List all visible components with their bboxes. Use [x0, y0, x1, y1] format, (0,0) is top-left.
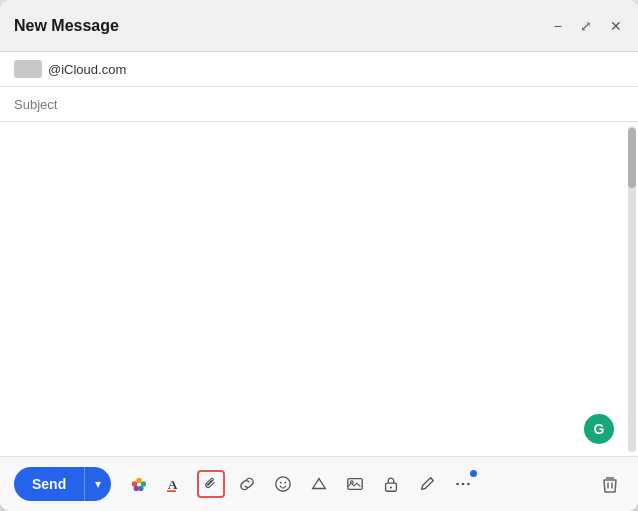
lock-button[interactable] — [377, 470, 405, 498]
svg-point-7 — [276, 477, 290, 491]
to-row: @iCloud.com — [0, 52, 638, 87]
format-text-button[interactable]: A — [161, 470, 189, 498]
send-dropdown-button[interactable]: ▾ — [84, 467, 111, 501]
scrollbar-track[interactable] — [628, 126, 636, 452]
scrollbar-thumb — [628, 128, 636, 188]
svg-point-2 — [141, 481, 146, 486]
recipient-email: @iCloud.com — [48, 62, 126, 77]
color-picker-button[interactable] — [125, 470, 153, 498]
recipient-avatar — [14, 60, 42, 78]
svg-point-4 — [134, 486, 139, 491]
compose-window: New Message − ⤢ ✕ @iCloud.com G Send ▾ — [0, 0, 638, 511]
close-button[interactable]: ✕ — [608, 16, 624, 36]
to-field[interactable]: @iCloud.com — [14, 60, 126, 78]
window-controls: − ⤢ ✕ — [552, 16, 624, 36]
toolbar: Send ▾ A — [0, 456, 638, 511]
svg-text:A: A — [168, 477, 178, 492]
emoji-button[interactable] — [269, 470, 297, 498]
delete-button[interactable] — [596, 470, 624, 498]
send-button-group: Send ▾ — [14, 467, 111, 501]
svg-point-14 — [456, 483, 459, 486]
title-bar: New Message − ⤢ ✕ — [0, 0, 638, 52]
shape-button[interactable] — [305, 470, 333, 498]
svg-point-8 — [280, 482, 282, 484]
send-button[interactable]: Send — [14, 467, 84, 501]
link-button[interactable] — [233, 470, 261, 498]
minimize-button[interactable]: − — [552, 16, 564, 36]
send-dropdown-icon: ▾ — [95, 477, 101, 491]
body-textarea[interactable] — [0, 122, 638, 456]
expand-button[interactable]: ⤢ — [578, 16, 594, 36]
svg-point-13 — [390, 487, 392, 489]
subject-input[interactable] — [14, 97, 624, 112]
svg-point-15 — [462, 483, 465, 486]
more-options-container — [449, 470, 477, 498]
svg-point-9 — [285, 482, 287, 484]
grammarly-button[interactable]: G — [584, 414, 614, 444]
image-button[interactable] — [341, 470, 369, 498]
svg-point-1 — [137, 478, 142, 483]
subject-row — [0, 87, 638, 122]
attach-file-button[interactable] — [197, 470, 225, 498]
window-title: New Message — [14, 17, 119, 35]
body-area: G — [0, 122, 638, 456]
svg-point-16 — [467, 483, 470, 486]
pen-button[interactable] — [413, 470, 441, 498]
